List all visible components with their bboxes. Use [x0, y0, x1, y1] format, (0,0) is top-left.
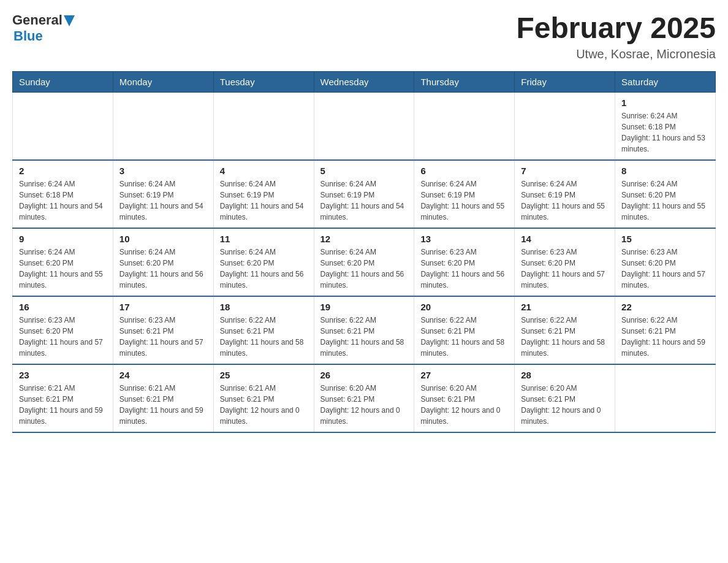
day-info: Sunrise: 6:24 AMSunset: 6:19 PMDaylight:…	[521, 178, 609, 223]
day-info: Sunrise: 6:24 AMSunset: 6:20 PMDaylight:…	[119, 247, 207, 291]
calendar-cell-w1-d2	[113, 92, 213, 160]
calendar-week-1: 1Sunrise: 6:24 AMSunset: 6:18 PMDaylight…	[13, 92, 716, 160]
calendar-cell-w1-d4	[314, 92, 414, 160]
header-tuesday: Tuesday	[213, 71, 314, 92]
header-wednesday: Wednesday	[314, 71, 414, 92]
calendar-cell-w4-d5: 20Sunrise: 6:22 AMSunset: 6:21 PMDayligh…	[414, 296, 515, 364]
day-number: 14	[521, 234, 609, 244]
day-info: Sunrise: 6:22 AMSunset: 6:21 PMDaylight:…	[320, 315, 408, 359]
calendar-cell-w5-d3: 25Sunrise: 6:21 AMSunset: 6:21 PMDayligh…	[213, 364, 314, 432]
logo-blue-text: Blue	[13, 28, 43, 44]
calendar-week-4: 16Sunrise: 6:23 AMSunset: 6:20 PMDayligh…	[13, 296, 716, 364]
calendar-cell-w1-d6	[515, 92, 615, 160]
day-info: Sunrise: 6:21 AMSunset: 6:21 PMDaylight:…	[220, 383, 308, 427]
day-number: 7	[521, 166, 609, 176]
day-number: 27	[420, 370, 508, 380]
logo: General Blue	[12, 12, 75, 44]
calendar-cell-w4-d1: 16Sunrise: 6:23 AMSunset: 6:20 PMDayligh…	[13, 296, 113, 364]
page-header: General Blue February 2025 Utwe, Kosrae,…	[12, 12, 716, 61]
header-saturday: Saturday	[615, 71, 716, 92]
day-info: Sunrise: 6:23 AMSunset: 6:20 PMDaylight:…	[19, 315, 107, 359]
calendar-week-3: 9Sunrise: 6:24 AMSunset: 6:20 PMDaylight…	[13, 228, 716, 296]
calendar-cell-w4-d6: 21Sunrise: 6:22 AMSunset: 6:21 PMDayligh…	[515, 296, 615, 364]
day-number: 8	[621, 166, 709, 176]
calendar-cell-w4-d7: 22Sunrise: 6:22 AMSunset: 6:21 PMDayligh…	[615, 296, 716, 364]
day-number: 26	[320, 370, 408, 380]
calendar-cell-w3-d5: 13Sunrise: 6:23 AMSunset: 6:20 PMDayligh…	[414, 228, 515, 296]
day-info: Sunrise: 6:24 AMSunset: 6:18 PMDaylight:…	[621, 110, 709, 155]
calendar-cell-w2-d7: 8Sunrise: 6:24 AMSunset: 6:20 PMDaylight…	[615, 160, 716, 228]
calendar-cell-w1-d5	[414, 92, 515, 160]
day-info: Sunrise: 6:22 AMSunset: 6:21 PMDaylight:…	[420, 315, 508, 359]
day-number: 2	[19, 166, 107, 176]
day-info: Sunrise: 6:20 AMSunset: 6:21 PMDaylight:…	[420, 383, 508, 427]
day-info: Sunrise: 6:24 AMSunset: 6:19 PMDaylight:…	[420, 178, 508, 223]
calendar-cell-w3-d6: 14Sunrise: 6:23 AMSunset: 6:20 PMDayligh…	[515, 228, 615, 296]
logo-triangle-icon	[64, 15, 75, 26]
day-number: 10	[119, 234, 207, 244]
day-number: 28	[521, 370, 609, 380]
calendar-cell-w5-d7	[615, 364, 716, 432]
day-info: Sunrise: 6:24 AMSunset: 6:19 PMDaylight:…	[119, 178, 207, 223]
calendar-table: Sunday Monday Tuesday Wednesday Thursday…	[12, 71, 716, 433]
day-number: 16	[19, 302, 107, 312]
calendar-cell-w4-d2: 17Sunrise: 6:23 AMSunset: 6:21 PMDayligh…	[113, 296, 213, 364]
day-info: Sunrise: 6:24 AMSunset: 6:19 PMDaylight:…	[320, 178, 408, 223]
header-thursday: Thursday	[414, 71, 515, 92]
day-info: Sunrise: 6:24 AMSunset: 6:20 PMDaylight:…	[19, 247, 107, 291]
day-info: Sunrise: 6:24 AMSunset: 6:19 PMDaylight:…	[220, 178, 308, 223]
calendar-cell-w2-d3: 4Sunrise: 6:24 AMSunset: 6:19 PMDaylight…	[213, 160, 314, 228]
day-number: 6	[420, 166, 508, 176]
calendar-cell-w5-d5: 27Sunrise: 6:20 AMSunset: 6:21 PMDayligh…	[414, 364, 515, 432]
day-info: Sunrise: 6:24 AMSunset: 6:20 PMDaylight:…	[220, 247, 308, 291]
calendar-cell-w3-d7: 15Sunrise: 6:23 AMSunset: 6:20 PMDayligh…	[615, 228, 716, 296]
day-info: Sunrise: 6:22 AMSunset: 6:21 PMDaylight:…	[621, 315, 709, 359]
day-number: 11	[220, 234, 308, 244]
calendar-week-2: 2Sunrise: 6:24 AMSunset: 6:18 PMDaylight…	[13, 160, 716, 228]
day-info: Sunrise: 6:23 AMSunset: 6:20 PMDaylight:…	[621, 247, 709, 291]
day-info: Sunrise: 6:20 AMSunset: 6:21 PMDaylight:…	[320, 383, 408, 427]
page-subtitle: Utwe, Kosrae, Micronesia	[516, 47, 716, 61]
calendar-cell-w5-d1: 23Sunrise: 6:21 AMSunset: 6:21 PMDayligh…	[13, 364, 113, 432]
calendar-cell-w4-d4: 19Sunrise: 6:22 AMSunset: 6:21 PMDayligh…	[314, 296, 414, 364]
day-number: 19	[320, 302, 408, 312]
day-number: 4	[220, 166, 308, 176]
day-info: Sunrise: 6:20 AMSunset: 6:21 PMDaylight:…	[521, 383, 609, 427]
calendar-cell-w4-d3: 18Sunrise: 6:22 AMSunset: 6:21 PMDayligh…	[213, 296, 314, 364]
calendar-header-row: Sunday Monday Tuesday Wednesday Thursday…	[13, 71, 716, 92]
header-sunday: Sunday	[13, 71, 113, 92]
day-number: 13	[420, 234, 508, 244]
calendar-week-5: 23Sunrise: 6:21 AMSunset: 6:21 PMDayligh…	[13, 364, 716, 432]
day-info: Sunrise: 6:24 AMSunset: 6:20 PMDaylight:…	[320, 247, 408, 291]
day-number: 23	[19, 370, 107, 380]
day-number: 18	[220, 302, 308, 312]
calendar-cell-w3-d2: 10Sunrise: 6:24 AMSunset: 6:20 PMDayligh…	[113, 228, 213, 296]
svg-marker-0	[64, 15, 75, 26]
calendar-cell-w3-d4: 12Sunrise: 6:24 AMSunset: 6:20 PMDayligh…	[314, 228, 414, 296]
page-title: February 2025	[516, 12, 716, 45]
calendar-cell-w2-d6: 7Sunrise: 6:24 AMSunset: 6:19 PMDaylight…	[515, 160, 615, 228]
calendar-cell-w5-d6: 28Sunrise: 6:20 AMSunset: 6:21 PMDayligh…	[515, 364, 615, 432]
day-number: 17	[119, 302, 207, 312]
day-info: Sunrise: 6:22 AMSunset: 6:21 PMDaylight:…	[521, 315, 609, 359]
calendar-cell-w1-d1	[13, 92, 113, 160]
day-info: Sunrise: 6:24 AMSunset: 6:20 PMDaylight:…	[621, 178, 709, 223]
day-number: 3	[119, 166, 207, 176]
title-section: February 2025 Utwe, Kosrae, Micronesia	[516, 12, 716, 61]
logo-general-text: General	[12, 12, 63, 28]
calendar-cell-w1-d3	[213, 92, 314, 160]
calendar-cell-w3-d3: 11Sunrise: 6:24 AMSunset: 6:20 PMDayligh…	[213, 228, 314, 296]
header-monday: Monday	[113, 71, 213, 92]
calendar-cell-w5-d2: 24Sunrise: 6:21 AMSunset: 6:21 PMDayligh…	[113, 364, 213, 432]
day-info: Sunrise: 6:21 AMSunset: 6:21 PMDaylight:…	[19, 383, 107, 427]
day-info: Sunrise: 6:21 AMSunset: 6:21 PMDaylight:…	[119, 383, 207, 427]
day-info: Sunrise: 6:22 AMSunset: 6:21 PMDaylight:…	[220, 315, 308, 359]
day-number: 25	[220, 370, 308, 380]
day-number: 21	[521, 302, 609, 312]
day-info: Sunrise: 6:23 AMSunset: 6:20 PMDaylight:…	[521, 247, 609, 291]
calendar-cell-w2-d1: 2Sunrise: 6:24 AMSunset: 6:18 PMDaylight…	[13, 160, 113, 228]
calendar-cell-w2-d5: 6Sunrise: 6:24 AMSunset: 6:19 PMDaylight…	[414, 160, 515, 228]
day-number: 12	[320, 234, 408, 244]
day-number: 5	[320, 166, 408, 176]
day-number: 22	[621, 302, 709, 312]
